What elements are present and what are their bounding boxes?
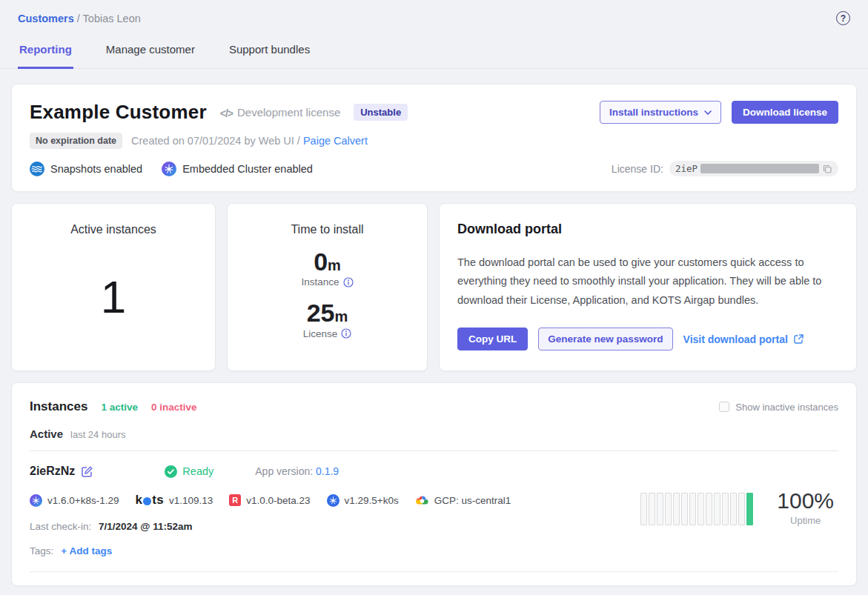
tags-label: Tags: — [30, 545, 53, 556]
active-instances-value: 1 — [25, 270, 202, 323]
instance-install-label: Instance — [241, 276, 414, 287]
show-inactive-toggle[interactable]: Show inactive instances — [719, 402, 838, 413]
code-icon: </> — [220, 107, 233, 119]
uptime-bar — [673, 493, 680, 525]
uptime-bar — [722, 493, 729, 525]
active-section-sublabel: last 24 hours — [70, 429, 125, 440]
uptime-bar — [665, 493, 672, 525]
app-version-label: App version: — [255, 465, 313, 477]
app-version: App version: 0.1.9 — [255, 465, 339, 477]
inactive-count: 0 inactive — [151, 402, 197, 413]
kots-logo: kts — [135, 493, 163, 508]
uptime-label: Uptime — [777, 515, 834, 526]
download-license-button[interactable]: Download license — [732, 101, 838, 124]
add-tags-button[interactable]: + Add tags — [61, 545, 112, 556]
top-bar: Customers / Tobias Leon ? — [0, 0, 868, 25]
active-count: 1 active — [101, 402, 138, 413]
tab-support-bundles[interactable]: Support bundles — [228, 43, 311, 68]
last-checkin-label: Last check-in: — [30, 521, 91, 532]
active-section-label: Active — [30, 428, 63, 440]
uptime-bar — [746, 493, 753, 525]
feature-embedded-cluster-label: Embedded Cluster enabled — [182, 163, 313, 175]
replicated-icon: R — [229, 494, 241, 506]
kubernetes-icon — [327, 494, 339, 507]
app-version-link[interactable]: 0.1.9 — [316, 465, 339, 477]
show-inactive-checkbox[interactable] — [719, 402, 729, 412]
gcp-icon — [415, 495, 429, 505]
breadcrumb-current: Tobias Leon — [83, 13, 141, 24]
copy-url-button[interactable]: Copy URL — [457, 328, 528, 350]
uptime-bar — [730, 493, 737, 525]
uptime-bar — [706, 493, 712, 525]
edit-icon[interactable] — [81, 465, 93, 478]
license-install-unit: m — [335, 308, 348, 325]
kubernetes-version: v1.29.5+k0s — [327, 494, 399, 507]
show-inactive-label: Show inactive instances — [735, 402, 838, 413]
copy-icon[interactable] — [822, 164, 832, 174]
divider — [30, 571, 838, 572]
replicated-version-text: v1.0.0-beta.23 — [246, 495, 310, 506]
license-install-number: 25 — [307, 299, 335, 327]
divider — [30, 451, 838, 451]
uptime-bar — [738, 493, 745, 525]
replicated-version: R v1.0.0-beta.23 — [229, 494, 310, 506]
info-icon[interactable] — [343, 277, 354, 287]
kots-version-text: v1.109.13 — [169, 495, 213, 506]
uptime-bar — [698, 493, 704, 525]
license-install-time: 25m — [241, 299, 414, 327]
gcp-region: GCP: us-central1 — [415, 495, 511, 506]
created-text: Created on 07/01/2024 by Web UI / Paige … — [131, 135, 368, 147]
license-id-value: 2ieP — [675, 163, 698, 174]
download-portal-title: Download portal — [457, 222, 838, 237]
breadcrumb-separator: / — [77, 13, 80, 24]
uptime-bar — [649, 493, 655, 525]
uptime-section: 100% Uptime — [640, 465, 838, 556]
download-portal-description: The download portal can be used to give … — [457, 253, 838, 310]
info-icon[interactable] — [341, 328, 351, 339]
feature-embedded-cluster: Embedded Cluster enabled — [162, 162, 313, 176]
embedded-cluster-icon — [30, 494, 42, 507]
visit-link-label: Visit download portal — [683, 333, 788, 345]
uptime-percentage: 100% — [777, 488, 834, 513]
kots-version: kts v1.109.13 — [135, 493, 213, 508]
snapshots-icon — [30, 162, 44, 176]
instance-label-text: Instance — [301, 276, 339, 287]
uptime-bar — [714, 493, 720, 525]
instance-install-number: 0 — [314, 247, 328, 276]
embedded-cluster-version-text: v1.6.0+k8s-1.29 — [47, 495, 119, 506]
uptime-bar — [689, 493, 696, 525]
active-instances-card: Active instances 1 — [11, 203, 216, 371]
instances-title: Instances — [30, 399, 87, 414]
tab-reporting[interactable]: Reporting — [18, 43, 73, 69]
tab-manage-customer[interactable]: Manage customer — [105, 43, 196, 68]
feature-snapshots: Snapshots enabled — [30, 162, 142, 176]
install-instructions-button[interactable]: Install instructions — [600, 101, 721, 124]
created-by-link[interactable]: Paige Calvert — [303, 135, 368, 147]
kots-logo-ts: ts — [152, 493, 164, 508]
license-label-text: License — [303, 328, 338, 339]
generate-password-button[interactable]: Generate new password — [538, 328, 672, 350]
external-link-icon — [793, 333, 804, 345]
customer-name: Example Customer — [30, 101, 207, 124]
license-id-field: 2ieP — [669, 161, 838, 176]
visit-download-portal-link[interactable]: Visit download portal — [683, 333, 804, 345]
breadcrumb: Customers / Tobias Leon — [18, 13, 141, 24]
breadcrumb-customers-link[interactable]: Customers — [18, 13, 74, 24]
time-to-install-title: Time to install — [241, 223, 414, 236]
ready-check-icon — [165, 465, 177, 478]
uptime-bar — [657, 493, 663, 525]
version-chips-row: v1.6.0+k8s-1.29 kts v1.109.13 R v1.0.0-b… — [30, 493, 640, 508]
instance-install-time: 0m — [241, 248, 414, 276]
instance-id: 2ieRzNz — [30, 465, 75, 478]
kubernetes-version-text: v1.29.5+k0s — [345, 495, 399, 506]
tab-bar: Reporting Manage customer Support bundle… — [0, 43, 868, 69]
last-checkin: Last check-in: 7/1/2024 @ 11:52am — [30, 521, 640, 532]
license-type-label: Development license — [237, 106, 340, 119]
kots-logo-k: k — [135, 493, 142, 508]
install-instructions-label: Install instructions — [609, 107, 698, 118]
uptime-bar — [640, 493, 647, 525]
help-icon[interactable]: ? — [836, 11, 850, 25]
gcp-region-text: GCP: us-central1 — [434, 495, 511, 506]
customer-card: Example Customer </> Development license… — [11, 84, 857, 192]
created-text-static: Created on 07/01/2024 by Web UI / — [131, 135, 300, 147]
